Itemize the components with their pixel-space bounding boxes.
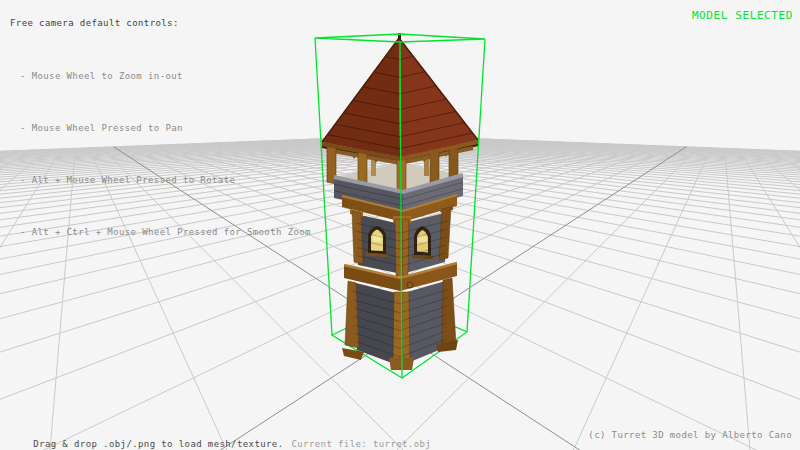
model-credit: (c) Turret 3D model by Alberto Cano: [588, 431, 792, 440]
bbox-edge-right: [467, 39, 485, 332]
drop-hint: Drag & drop .obj/.png to load mesh/textu…: [33, 439, 283, 449]
help-title: Free camera default controls:: [10, 19, 179, 28]
roof-right-face: [399, 38, 478, 157]
help-item: - Mouse Wheel to Zoom in-out: [20, 72, 311, 92]
footer-hint: Drag & drop .obj/.png to load mesh/textu…: [10, 431, 431, 450]
roof-left-face: [322, 38, 400, 157]
help-item: - Alt + Ctrl + Mouse Wheel Pressed for S…: [20, 228, 311, 248]
status-badge: MODEL SELECTED: [692, 10, 793, 21]
current-file-label: Current file: turret.obj: [291, 439, 431, 449]
mid-post-left: [352, 211, 363, 264]
3d-viewport[interactable]: Free camera default controls: - Mouse Wh…: [0, 0, 800, 450]
help-item: - Alt + Mouse Wheel Pressed to Rotate: [20, 176, 311, 196]
help-list: - Mouse Wheel to Zoom in-out - Mouse Whe…: [20, 40, 311, 280]
base-post-right: [442, 278, 456, 347]
help-item: - Mouse Wheel Pressed to Pan: [20, 124, 311, 144]
